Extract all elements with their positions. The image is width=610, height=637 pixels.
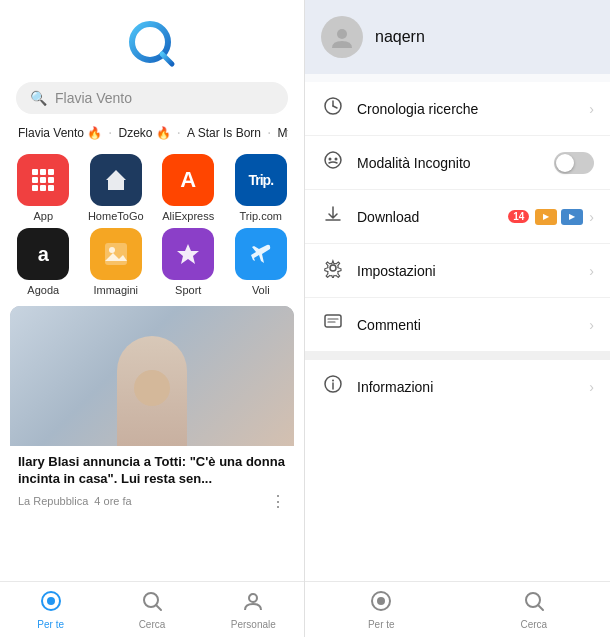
download-icon xyxy=(321,204,345,229)
nav-label-personale-left: Personale xyxy=(231,619,276,630)
incognito-icon xyxy=(321,150,345,175)
incognito-toggle-area xyxy=(554,152,594,174)
svg-point-18 xyxy=(330,265,336,271)
app-icon-voli xyxy=(235,228,287,280)
app-label-voli: Voli xyxy=(252,284,270,296)
left-panel: 🔍 Flavia Vento Flavia Vento 🔥 · Dzeko 🔥 … xyxy=(0,0,305,637)
impostazioni-label: Impostazioni xyxy=(357,263,577,279)
svg-point-17 xyxy=(335,158,338,161)
news-title: Ilary Blasi annuncia a Totti: "C'è una d… xyxy=(18,454,286,488)
informazioni-icon xyxy=(321,374,345,399)
svg-line-1 xyxy=(162,54,172,64)
cronologia-label: Cronologia ricerche xyxy=(357,101,577,117)
fire-icon-1: 🔥 xyxy=(156,126,171,140)
search-icon: 🔍 xyxy=(30,90,47,106)
dl-icon-1: ▶ xyxy=(535,209,557,225)
news-meta: La Repubblica 4 ore fa ⋮ xyxy=(18,492,286,511)
svg-point-8 xyxy=(47,597,55,605)
app-item-aliexpress[interactable]: A AliExpress xyxy=(155,154,222,222)
trending-item-1[interactable]: Dzeko 🔥 xyxy=(119,126,171,140)
app-item-agoda[interactable]: a Agoda xyxy=(10,228,77,296)
fire-icon-0: 🔥 xyxy=(87,126,102,140)
svg-point-16 xyxy=(329,158,332,161)
user-header: naqern xyxy=(305,0,610,74)
svg-point-26 xyxy=(377,597,385,605)
svg-rect-3 xyxy=(105,243,127,265)
menu-item-incognito[interactable]: Modalità Incognito xyxy=(305,136,610,190)
app-label-tripdotcom: Trip.com xyxy=(240,210,282,222)
news-source-time: La Repubblica 4 ore fa xyxy=(18,495,132,507)
commenti-label: Commenti xyxy=(357,317,577,333)
app-item-app[interactable]: App xyxy=(10,154,77,222)
left-top-section: 🔍 Flavia Vento Flavia Vento 🔥 · Dzeko 🔥 … xyxy=(0,0,304,154)
trending-label-2: A Star Is Born xyxy=(187,126,261,140)
chevron-icon: › xyxy=(589,379,594,395)
trending-item-0[interactable]: Flavia Vento 🔥 xyxy=(18,126,102,140)
dl-icon-2: ▶ xyxy=(561,209,583,225)
download-chevron: › xyxy=(589,209,594,225)
nav-per-te-icon-right xyxy=(370,590,392,617)
menu-item-commenti[interactable]: Commenti › xyxy=(305,298,610,352)
menu-item-download[interactable]: Download 14 ▶ ▶ › xyxy=(305,190,610,244)
incognito-toggle[interactable] xyxy=(554,152,594,174)
app-icon-aliexpress: A xyxy=(162,154,214,206)
right-panel: naqern Cronologia ricerche › xyxy=(305,0,610,637)
news-source: La Repubblica xyxy=(18,495,88,507)
svg-point-4 xyxy=(109,247,115,253)
trending-item-2[interactable]: A Star Is Born xyxy=(187,126,261,140)
trending-label-0: Flavia Vento xyxy=(18,126,84,140)
commenti-icon xyxy=(321,312,345,337)
nav-item-per-te-left[interactable]: Per te xyxy=(0,582,101,637)
nav-item-cerca-left[interactable]: Cerca xyxy=(101,582,202,637)
menu-list: Cronologia ricerche › Modalità Incognito xyxy=(305,82,610,629)
svg-marker-6 xyxy=(177,244,199,264)
svg-line-28 xyxy=(538,605,543,610)
app-item-immagini[interactable]: Immagini xyxy=(83,228,150,296)
incognito-label: Modalità Incognito xyxy=(357,155,542,171)
nav-item-per-te-right[interactable]: Per te xyxy=(305,582,458,637)
avatar xyxy=(321,16,363,58)
informazioni-label: Informazioni xyxy=(357,379,577,395)
app-item-voli[interactable]: Voli xyxy=(228,228,295,296)
app-icon-agoda: a xyxy=(17,228,69,280)
svg-rect-19 xyxy=(325,315,341,327)
download-label: Download xyxy=(357,209,496,225)
impostazioni-icon xyxy=(321,258,345,283)
app-icon-immagini xyxy=(90,228,142,280)
nav-label-per-te-left: Per te xyxy=(37,619,64,630)
toggle-knob xyxy=(556,154,574,172)
news-more-button[interactable]: ⋮ xyxy=(270,492,286,511)
menu-item-cronologia[interactable]: Cronologia ricerche › xyxy=(305,82,610,136)
app-item-sport[interactable]: Sport xyxy=(155,228,222,296)
download-badge: 14 xyxy=(508,210,529,223)
impostazioni-chevron: › xyxy=(589,263,594,279)
download-icons: ▶ ▶ xyxy=(535,209,583,225)
menu-item-informazioni[interactable]: Informazioni › xyxy=(305,360,610,413)
trending-item-3[interactable]: Myria xyxy=(277,126,288,140)
app-label-agoda: Agoda xyxy=(27,284,59,296)
app-label-aliexpress: AliExpress xyxy=(162,210,214,222)
nav-label-per-te-right: Per te xyxy=(368,619,395,630)
app-grid: App HomeToGo A AliExpress Trip. Trip.com xyxy=(0,154,304,296)
chevron-icon: › xyxy=(589,317,594,333)
app-item-hometogo[interactable]: HomeToGo xyxy=(83,154,150,222)
news-content: Ilary Blasi annuncia a Totti: "C'è una d… xyxy=(10,446,294,515)
app-icon-sport xyxy=(162,228,214,280)
cronologia-icon xyxy=(321,96,345,121)
chevron-icon: › xyxy=(589,101,594,117)
bottom-nav-right: Per te Cerca xyxy=(305,581,610,637)
nav-cerca-icon-left xyxy=(141,590,163,617)
trending-bar: Flavia Vento 🔥 · Dzeko 🔥 · A Star Is Bor… xyxy=(16,124,288,142)
nav-per-te-icon-left xyxy=(40,590,62,617)
nav-item-cerca-right[interactable]: Cerca xyxy=(458,582,611,637)
app-item-tripdotcom[interactable]: Trip. Trip.com xyxy=(228,154,295,222)
username: naqern xyxy=(375,28,425,46)
bottom-nav-left: Per te Cerca Personale xyxy=(0,581,304,637)
app-label-immagini: Immagini xyxy=(93,284,138,296)
app-icon-hometogo xyxy=(90,154,142,206)
trending-label-1: Dzeko xyxy=(119,126,153,140)
search-bar[interactable]: 🔍 Flavia Vento xyxy=(16,82,288,114)
app-label-sport: Sport xyxy=(175,284,201,296)
nav-item-personale-left[interactable]: Personale xyxy=(203,582,304,637)
menu-item-impostazioni[interactable]: Impostazioni › xyxy=(305,244,610,298)
